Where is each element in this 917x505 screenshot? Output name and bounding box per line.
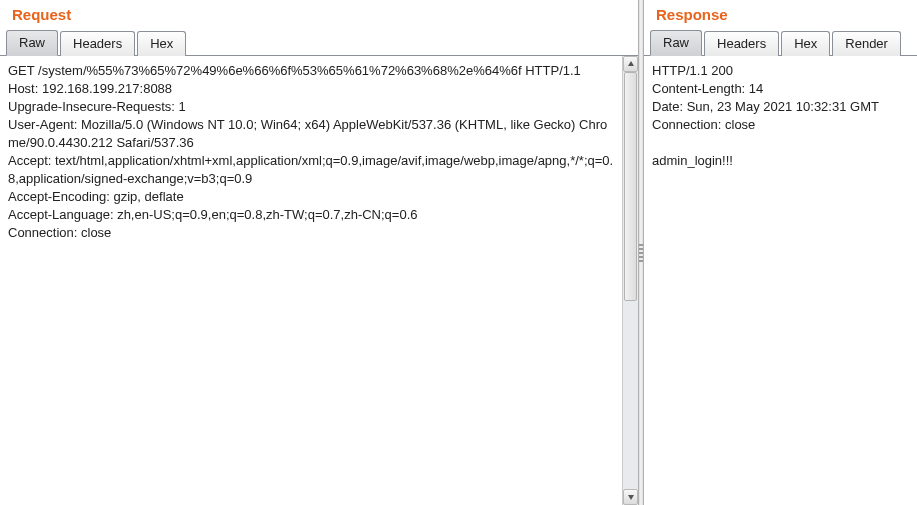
split-container: Request Raw Headers Hex GET /system/%55%… [0,0,917,505]
response-body-wrap: HTTP/1.1 200 Content-Length: 14 Date: Su… [644,56,917,505]
request-title: Request [0,0,638,29]
tab-hex[interactable]: Hex [781,31,830,56]
response-title: Response [644,0,917,29]
tab-headers[interactable]: Headers [60,31,135,56]
request-body-wrap: GET /system/%55%73%65%72%49%6e%66%6f%53%… [0,56,638,505]
chevron-up-icon [627,60,635,68]
request-tabbar: Raw Headers Hex [0,29,638,56]
tab-raw[interactable]: Raw [650,30,702,56]
scroll-up-button[interactable] [623,56,638,72]
svg-marker-1 [628,495,634,500]
scroll-down-button[interactable] [623,489,638,505]
scroll-track[interactable] [623,72,638,489]
chevron-down-icon [627,493,635,501]
tab-render[interactable]: Render [832,31,901,56]
response-raw-content[interactable]: HTTP/1.1 200 Content-Length: 14 Date: Su… [644,56,917,505]
request-scrollbar[interactable] [622,56,638,505]
tab-headers[interactable]: Headers [704,31,779,56]
svg-marker-0 [628,61,634,66]
scroll-thumb[interactable] [624,72,637,301]
grip-icon [639,244,643,262]
request-panel: Request Raw Headers Hex GET /system/%55%… [0,0,638,505]
response-panel: Response Raw Headers Hex Render HTTP/1.1… [644,0,917,505]
response-tabbar: Raw Headers Hex Render [644,29,917,56]
split-divider[interactable] [638,0,644,505]
tab-hex[interactable]: Hex [137,31,186,56]
tab-raw[interactable]: Raw [6,30,58,56]
request-raw-content[interactable]: GET /system/%55%73%65%72%49%6e%66%6f%53%… [0,56,622,505]
